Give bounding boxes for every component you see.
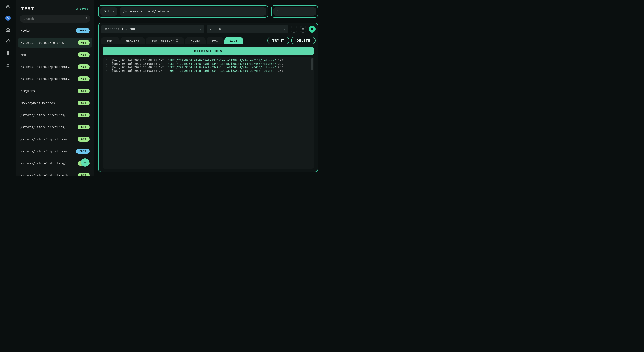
scrollbar-thumb[interactable] — [311, 58, 314, 70]
method-badge: GET — [78, 88, 90, 93]
log-request: "GET /722a9954-91e6-45ef-8344-1eeba2f288… — [168, 66, 276, 69]
method-badge: POST — [76, 28, 90, 33]
tab-doc[interactable]: DOC — [206, 37, 223, 44]
log-timestamp: [Wed, 05 Jul 2023 15:08:35 GMT] — [112, 58, 168, 62]
method-badge: POST — [76, 149, 90, 154]
status-select[interactable]: 200 OK ▼ — [206, 25, 288, 33]
sidebar-header: TEST Saved — [16, 6, 94, 15]
route-path: /stores/:storeId/returns/:re… — [20, 113, 71, 117]
method-badge: GET — [78, 100, 90, 105]
method-value: GET — [104, 10, 110, 13]
status-select-value: 200 OK — [210, 27, 221, 31]
log-timestamp: [Wed, 05 Jul 2023 15:08:56 GMT] — [112, 69, 168, 72]
delay-input[interactable] — [273, 7, 316, 16]
url-input[interactable] — [120, 7, 266, 16]
badge-icon[interactable] — [6, 62, 10, 67]
response-panel: Response 1 - 200 ▼ 200 OK ▼ BODY HEADERS — [98, 23, 318, 172]
search-input[interactable] — [20, 15, 90, 22]
delete-response-button[interactable] — [300, 26, 306, 32]
route-item[interactable]: /tokenPOST — [18, 26, 92, 36]
method-badge: GET — [78, 52, 90, 57]
link-icon[interactable] — [6, 39, 10, 44]
route-path: /me/payment-methods — [20, 101, 55, 105]
route-path: /stores/:storeId/preferences… — [20, 138, 71, 141]
tab-body-history-label: BODY HISTORY — [152, 39, 174, 42]
method-badge: GET — [78, 40, 90, 45]
route-item[interactable]: /meGET — [18, 50, 92, 60]
home-icon[interactable] — [6, 27, 10, 32]
route-item[interactable]: /stores/:storeId/preferences…GET — [18, 62, 92, 72]
delay-box — [271, 5, 318, 18]
route-path: /stores/:storeId/preferences… — [20, 65, 71, 68]
history-icon — [176, 39, 178, 42]
tab-rules[interactable]: RULES — [185, 37, 206, 44]
routes-list[interactable]: /tokenPOST/stores/:storeId/returnsGET/me… — [16, 26, 94, 176]
logo-icon — [6, 4, 10, 9]
route-path: /stores/:storeId/returns — [20, 41, 64, 44]
route-item[interactable]: /me/payment-methodsGET — [18, 98, 92, 108]
chevron-down-icon: ▼ — [113, 10, 114, 13]
response-selects: Response 1 - 200 ▼ 200 OK ▼ — [101, 25, 316, 33]
tabs: BODY HEADERS BODY HISTORY RULES DOC LOGS — [101, 37, 243, 44]
route-item[interactable]: /stores/:storeId/preferences…GET — [18, 134, 92, 144]
response-select[interactable]: Response 1 - 200 ▼ — [101, 25, 204, 33]
log-status: 200 — [276, 69, 283, 72]
sidebar: TEST Saved /tokenPOST/stores/:storeId/re… — [16, 0, 94, 176]
chevron-down-icon: ▼ — [284, 28, 286, 30]
try-it-button[interactable]: TRY IT — [267, 36, 290, 44]
bookmark-button[interactable] — [309, 26, 316, 32]
log-status: 200 — [276, 58, 283, 62]
delete-button[interactable]: DELETE — [291, 36, 316, 44]
tabs-row: BODY HEADERS BODY HISTORY RULES DOC LOGS… — [101, 36, 316, 44]
file-icon[interactable] — [6, 50, 10, 56]
saved-indicator: Saved — [76, 7, 88, 10]
tab-logs[interactable]: LOGS — [224, 37, 243, 44]
route-path: /stores/:storeId/billing/bal… — [20, 174, 71, 176]
check-circle-icon — [76, 7, 78, 10]
log-timestamp: [Wed, 05 Jul 2023 15:08:55 GMT] — [112, 66, 168, 69]
route-item[interactable]: /stores/:storeId/billing/bal…GET — [18, 170, 92, 176]
project-title: TEST — [21, 6, 34, 12]
route-item[interactable]: /regionsGET — [18, 86, 92, 96]
log-timestamp: [Wed, 05 Jul 2023 15:08:46 GMT] — [112, 62, 168, 66]
route-item[interactable]: /stores/:storeId/returns/:re…GET — [18, 122, 92, 132]
route-item[interactable]: /stores/:storeId/returns/:re…GET — [18, 110, 92, 120]
method-badge: GET — [78, 125, 90, 130]
log-request: "GET /722a9954-91e6-45ef-8344-1eeba2f288… — [168, 69, 276, 72]
method-badge: GET — [78, 64, 90, 69]
avatar[interactable]: S — [6, 16, 10, 21]
tab-body-history[interactable]: BODY HISTORY — [146, 37, 184, 44]
saved-label: Saved — [80, 7, 88, 10]
method-badge: GET — [78, 137, 90, 142]
add-route-button[interactable]: + — [81, 158, 89, 166]
route-path: /token — [20, 29, 32, 32]
route-path: /regions — [20, 89, 35, 93]
method-badge: GET — [78, 113, 90, 118]
method-select[interactable]: GET ▼ — [100, 7, 118, 16]
log-request: "GET /722a9954-91e6-45ef-8344-1eeba2f288… — [168, 62, 276, 66]
refresh-logs-button[interactable]: REFRESH LOGS — [102, 47, 314, 55]
logs-viewer[interactable]: 1[Wed, 05 Jul 2023 15:08:35 GMT] "GET /7… — [102, 57, 314, 169]
endpoint-row: GET ▼ — [98, 5, 318, 18]
tab-body[interactable]: BODY — [101, 37, 120, 44]
log-line: 3[Wed, 05 Jul 2023 15:08:55 GMT] "GET /7… — [102, 66, 314, 69]
log-request: "GET /722a9954-91e6-45ef-8344-1eeba2f288… — [168, 58, 276, 62]
method-badge: GET — [78, 76, 90, 81]
route-item[interactable]: /stores/:storeId/returnsGET — [18, 38, 92, 48]
route-path: /me — [20, 53, 26, 56]
tab-headers[interactable]: HEADERS — [120, 37, 145, 44]
route-path: /stores/:storeId/preferences… — [20, 150, 71, 153]
panel-actions: TRY IT DELETE — [267, 36, 316, 44]
route-item[interactable]: /stores/:storeId/preferences…GET — [18, 74, 92, 84]
method-badge: GET — [78, 173, 90, 176]
route-path: /stores/:storeId/billing/inv… — [20, 162, 71, 165]
search-wrap — [16, 15, 94, 26]
route-item[interactable]: /stores/:storeId/preferences…POST — [18, 146, 92, 156]
line-number: 3 — [102, 66, 112, 69]
log-status: 200 — [276, 66, 283, 69]
add-response-button[interactable] — [290, 26, 298, 32]
route-path: /stores/:storeId/returns/:re… — [20, 126, 71, 129]
log-line: 1[Wed, 05 Jul 2023 15:08:35 GMT] "GET /7… — [102, 58, 314, 62]
response-select-value: Response 1 - 200 — [104, 27, 135, 31]
chevron-down-icon: ▼ — [200, 28, 202, 30]
